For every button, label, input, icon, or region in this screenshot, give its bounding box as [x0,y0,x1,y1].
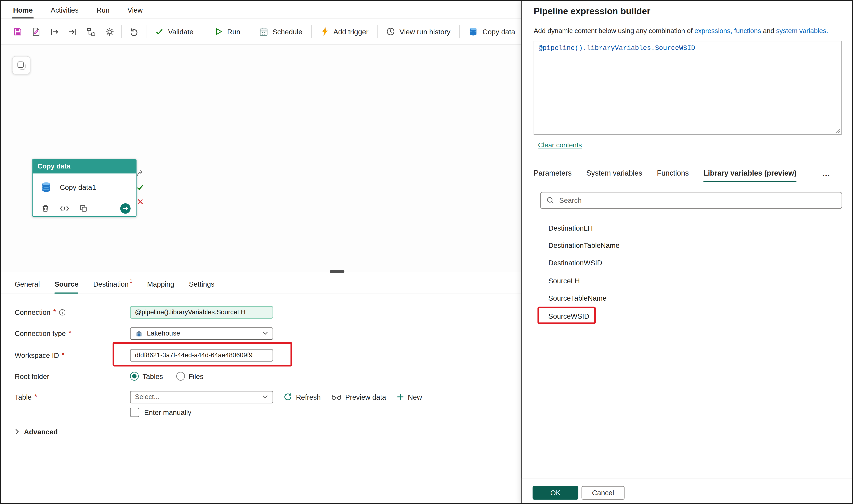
view-run-history-button[interactable]: View run history [380,22,456,41]
validate-check-icon [155,27,164,36]
connection-value-field[interactable]: @pipeline().libraryVariables.SourceLH [130,306,273,319]
required-mark: * [62,350,65,358]
lightning-icon [320,27,329,36]
tab-functions[interactable]: Functions [657,164,689,182]
ok-button[interactable]: OK [533,486,578,500]
add-trigger-label: Add trigger [333,28,369,36]
table-select-dropdown[interactable]: Select... [130,391,273,403]
add-trigger-button[interactable]: Add trigger [314,22,374,41]
tab-settings[interactable]: Settings [189,275,214,294]
settings-button[interactable] [100,22,119,41]
panel-intro: Add dynamic content below using any comb… [534,27,841,35]
view-run-history-label: View run history [399,28,450,36]
flow-layout-icon [87,27,96,36]
undo-button[interactable] [125,22,143,41]
variable-item-destinationlh[interactable]: DestinationLH [540,219,842,236]
step-out-button[interactable] [64,22,82,41]
auto-layout-button[interactable] [82,22,100,41]
schedule-button[interactable]: Schedule [253,22,308,41]
canvas-annotation-button[interactable] [12,56,31,74]
refresh-button[interactable]: Refresh [284,393,321,401]
required-mark: * [53,307,56,316]
menu-tab-run[interactable]: Run [95,1,111,18]
variable-item-destinationtablename[interactable]: DestinationTableName [540,236,842,254]
toolbar-separator [311,25,312,38]
expressions-functions-link[interactable]: expressions, functions [694,27,761,35]
toolbar-separator [146,25,146,38]
skip-port-icon[interactable] [136,169,144,177]
tab-parameters[interactable]: Parameters [534,164,572,182]
tab-general[interactable]: General [15,275,40,294]
pipeline-canvas[interactable]: Copy data Copy data1 [1,45,521,272]
app-window: Home Activities Run View [0,0,853,504]
code-view-icon[interactable] [60,205,69,212]
step-in-button[interactable] [45,22,64,41]
table-row: Table * Select... Refresh [15,390,422,403]
variable-item-sourcelh[interactable]: SourceLH [540,272,842,289]
files-radio-label: Files [189,372,203,380]
copy-data-toolbar-button[interactable]: Copy data [462,22,521,41]
menu-tab-activities[interactable]: Activities [50,1,79,18]
workspace-id-input[interactable] [130,349,273,361]
tab-destination[interactable]: Destination 1 [93,275,132,294]
save-as-button[interactable] [27,22,45,41]
splitter-drag-handle[interactable] [330,270,344,273]
copy-data-activity-card[interactable]: Copy data Copy data1 [32,159,137,217]
validate-label: Validate [168,28,193,36]
pipeline-editor-pane: Home Activities Run View [1,1,521,503]
duplicate-activity-icon[interactable] [79,204,88,213]
lakehouse-icon [135,329,143,337]
root-folder-label: Root folder [15,372,49,380]
activity-config-panel: General Source Destination 1 Mapping Set… [1,275,521,503]
panel-title: Pipeline expression builder [534,6,651,16]
tab-system-variables[interactable]: System variables [586,164,642,182]
advanced-label: Advanced [24,428,58,436]
database-icon [40,181,52,193]
root-folder-files-radio[interactable]: Files [176,372,203,381]
radio-selected-icon [130,372,139,381]
chevron-down-icon [262,331,268,335]
variable-item-sourcetablename[interactable]: SourceTableName [540,289,842,307]
clock-icon [387,27,395,36]
cancel-button[interactable]: Cancel [582,486,624,500]
advanced-toggle[interactable]: Advanced [15,428,58,436]
new-table-button[interactable]: New [396,393,422,401]
info-icon[interactable] [59,308,66,316]
tab-library-variables[interactable]: Library variables (preview) [704,164,797,182]
menu-tab-view[interactable]: View [126,1,144,18]
connection-type-row: Connection type * Lakehouse [15,327,273,340]
variable-item-sourcewsid[interactable]: SourceWSID [540,307,842,325]
refresh-label: Refresh [296,393,321,401]
on-failure-port-icon[interactable] [136,197,144,205]
tab-mapping[interactable]: Mapping [147,275,174,294]
refresh-icon [284,393,292,401]
clear-contents-link[interactable]: Clear contents [538,141,582,149]
copy-data-label: Copy data [483,28,515,36]
database-copy-icon [468,26,478,36]
resize-handle-icon[interactable] [835,128,841,134]
enter-manually-checkbox[interactable] [130,408,139,417]
tabs-overflow-button[interactable]: … [822,164,830,182]
table-label: Table [15,393,32,401]
search-input[interactable] [559,196,836,204]
enter-manually-row: Enter manually [130,406,191,418]
validate-button[interactable]: Validate [149,22,199,41]
workspace-id-row: Workspace ID * [15,348,273,361]
connection-type-dropdown[interactable]: Lakehouse [130,327,273,340]
search-icon [546,196,554,204]
delete-activity-icon[interactable] [41,204,50,213]
on-success-port-icon[interactable] [136,183,144,192]
save-button[interactable] [9,22,27,41]
variable-item-destinationwsid[interactable]: DestinationWSID [540,254,842,271]
tab-destination-label: Destination [93,280,128,288]
expression-editor[interactable]: @pipeline().libraryVariables.SourceWSID [534,41,842,135]
menubar: Home Activities Run View [1,1,521,19]
preview-data-button[interactable]: Preview data [331,393,386,401]
system-variables-link[interactable]: system variables. [776,27,828,35]
root-folder-tables-radio[interactable]: Tables [130,372,163,381]
run-button[interactable]: Run [208,22,246,41]
variable-search-box[interactable] [540,192,842,209]
on-success-connector[interactable] [120,203,130,214]
menu-tab-home[interactable]: Home [12,1,34,18]
tab-source[interactable]: Source [55,275,78,294]
